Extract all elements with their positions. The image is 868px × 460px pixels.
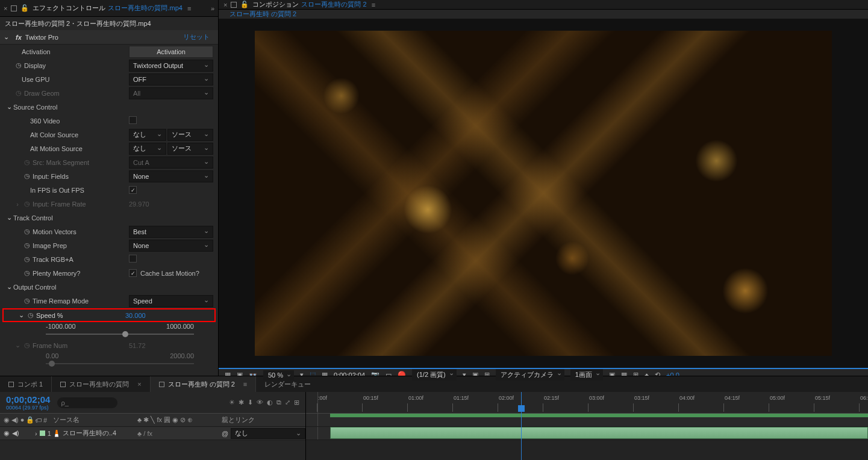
- panel-menu-icon[interactable]: ≡: [372, 1, 375, 8]
- memory-checkbox[interactable]: ✓: [129, 269, 137, 277]
- viewer-area[interactable]: [219, 19, 868, 368]
- use-gpu-dropdown[interactable]: OFF: [129, 73, 213, 85]
- timeline-tab-2[interactable]: スロー再生時の質問×: [52, 376, 150, 392]
- lock-icon[interactable]: 🔓: [20, 4, 29, 12]
- time-tick: 02:15f: [544, 395, 559, 401]
- breadcrumb-item[interactable]: スロー再生時 の質問 2: [229, 10, 296, 19]
- timeline-right[interactable]: :00f00:15f01:00f01:15f02:00f02:15f03:00f…: [306, 392, 868, 460]
- layer-switches[interactable]: ♣ / fx: [137, 430, 222, 437]
- num-header[interactable]: 🏷: [35, 417, 42, 424]
- panel-overflow-icon[interactable]: »: [211, 5, 214, 12]
- stopwatch-icon[interactable]: ◷: [22, 172, 33, 180]
- alt-color-dd2[interactable]: ソース: [167, 129, 213, 141]
- infps-checkbox[interactable]: ✓: [129, 186, 137, 194]
- twirl-right-icon[interactable]: ›: [35, 430, 37, 437]
- alt-motion-dd1[interactable]: なし: [129, 143, 166, 155]
- cti-head-icon[interactable]: [518, 405, 525, 412]
- cache-last-label: Cache Last Motion?: [140, 270, 199, 277]
- stopwatch-icon[interactable]: ◷: [22, 269, 33, 277]
- fn-slider-min: 0.00: [46, 352, 58, 359]
- activation-button[interactable]: Activation: [129, 46, 213, 58]
- layer-search-input[interactable]: [57, 397, 117, 408]
- tl-icon-3[interactable]: ⬇: [248, 399, 253, 406]
- audio-toggle-icon[interactable]: ◀): [12, 429, 19, 437]
- reset-link[interactable]: リセット: [183, 33, 214, 42]
- motion-vectors-dropdown[interactable]: Best: [129, 226, 213, 238]
- tl-icon-2[interactable]: ✱: [239, 399, 244, 406]
- prop-source-control[interactable]: ⌄ Source Control: [0, 100, 218, 114]
- shy-icon[interactable]: 👁: [257, 399, 263, 406]
- frame-info: 00064 (29.97 fps): [6, 405, 50, 411]
- stopwatch-icon[interactable]: ◷: [22, 255, 33, 263]
- timeline-column-header: ◉ ◀) ● 🔒 🏷 # ソース名 ♣ ✱ ╲ fx 圓 ◉ ⊘ ⊕ 親とリンク: [0, 414, 305, 427]
- panel-menu-icon[interactable]: ≡: [243, 381, 247, 388]
- close-icon[interactable]: ×: [137, 381, 141, 388]
- stopwatch-icon[interactable]: ◷: [22, 297, 33, 305]
- current-time[interactable]: 0;00;02;04: [6, 394, 50, 405]
- parent-dropdown[interactable]: なし: [231, 428, 305, 439]
- switches-header[interactable]: ♣ ✱ ╲ fx 圓 ◉ ⊘ ⊕: [137, 415, 222, 424]
- twirl-down-icon[interactable]: ⌄: [17, 311, 25, 319]
- slider-thumb[interactable]: [122, 331, 128, 337]
- layer-name[interactable]: スロー再生時の..4: [63, 429, 116, 438]
- input-fields-dropdown[interactable]: None: [129, 170, 213, 182]
- current-time-indicator[interactable]: [521, 392, 522, 460]
- time-remap-dropdown[interactable]: Speed: [129, 295, 213, 307]
- frame-num-slider: 0.00 2000.00: [0, 352, 218, 364]
- video-toggle-icon[interactable]: ◉: [4, 429, 10, 437]
- layer-track-1[interactable]: [306, 427, 868, 440]
- time-tick: 05:00f: [770, 395, 785, 401]
- tl-icon-8[interactable]: ⊞: [294, 399, 299, 406]
- tl-icon-6[interactable]: ⧉: [276, 399, 281, 406]
- time-ruler[interactable]: :00f00:15f01:00f01:15f02:00f02:15f03:00f…: [306, 392, 868, 414]
- close-icon[interactable]: ×: [4, 5, 7, 12]
- effect-header-row[interactable]: ⌄ fx Twixtor Pro リセット: [0, 30, 218, 45]
- twirl-down-icon[interactable]: ⌄: [5, 214, 13, 222]
- work-area-track[interactable]: [306, 414, 868, 427]
- zoom-dropdown[interactable]: 50 %: [263, 370, 294, 380]
- views-dropdown[interactable]: 1画面: [570, 369, 603, 381]
- twirl-down-icon[interactable]: ⌄: [5, 283, 13, 291]
- tl-icon-1[interactable]: ☀: [229, 399, 235, 406]
- prop-frame-num: ⌄ ◷ Frame Num 51.72: [0, 338, 218, 352]
- slider-track[interactable]: [46, 334, 194, 335]
- display-dropdown[interactable]: Twixtored Output: [129, 60, 213, 72]
- stopwatch-icon[interactable]: ◷: [13, 89, 24, 97]
- image-prep-dropdown[interactable]: None: [129, 240, 213, 252]
- lock-icon[interactable]: 🔓: [240, 1, 249, 8]
- rgba-checkbox[interactable]: [129, 255, 137, 263]
- resolution-dropdown[interactable]: (1/2 画質): [412, 369, 457, 381]
- composition-preview[interactable]: [255, 31, 832, 356]
- prop-in-fps-out: In FPS is Out FPS ✓: [0, 183, 218, 197]
- parent-header[interactable]: 親とリンク: [222, 415, 305, 424]
- 360-checkbox[interactable]: [129, 116, 137, 124]
- source-name-header[interactable]: ソース名: [53, 415, 137, 424]
- camera-dropdown[interactable]: アクティブカメラ: [496, 369, 564, 381]
- timeline-tab-3[interactable]: スロー再生時 の質問 2≡: [151, 376, 257, 392]
- timeline-tab-1[interactable]: コンポ 1: [0, 376, 52, 392]
- fx-badge-icon[interactable]: fx: [16, 34, 22, 41]
- property-list: Activation Activation ◷ Display Twixtore…: [0, 45, 218, 376]
- prop-output-control[interactable]: ⌄ Output Control: [0, 280, 218, 294]
- stopwatch-icon[interactable]: ◷: [13, 61, 24, 69]
- layer-bar[interactable]: [330, 427, 868, 439]
- stopwatch-icon[interactable]: ◷: [22, 228, 33, 235]
- speed-slider[interactable]: -1000.000 1000.000: [0, 323, 218, 335]
- alt-motion-dd2[interactable]: ソース: [167, 143, 213, 155]
- tl-icon-7[interactable]: ⤢: [285, 399, 290, 406]
- twirl-down-icon[interactable]: ⌄: [5, 103, 13, 111]
- panel-menu-icon[interactable]: ≡: [187, 5, 191, 12]
- prop-use-gpu: Use GPU OFF: [0, 72, 218, 86]
- pickwhip-icon[interactable]: @: [222, 430, 228, 437]
- close-icon[interactable]: ×: [223, 1, 227, 8]
- stopwatch-icon[interactable]: ◷: [25, 311, 36, 319]
- twirl-down-icon[interactable]: ⌄: [4, 33, 12, 41]
- panel-square-icon: [11, 5, 17, 11]
- alt-color-dd1[interactable]: なし: [129, 129, 166, 141]
- speed-value[interactable]: 30.000: [125, 312, 146, 319]
- stopwatch-icon[interactable]: ◷: [22, 241, 33, 249]
- tl-icon-5[interactable]: ◐: [267, 399, 273, 406]
- layer-row-1[interactable]: ◉◀) ›1 スロー再生時の..4 ♣ / fx @なし: [0, 427, 305, 440]
- prop-track-control[interactable]: ⌄ Track Control: [0, 211, 218, 225]
- av-column-header[interactable]: ◉ ◀) ● 🔒: [0, 416, 35, 424]
